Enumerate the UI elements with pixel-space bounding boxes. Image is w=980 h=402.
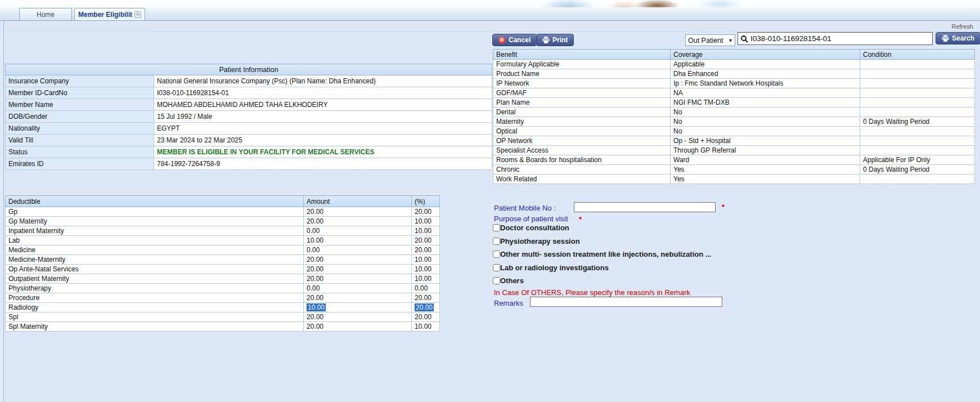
deductible-amount: 20.00 (304, 274, 412, 284)
purpose-checkbox-row[interactable]: Other multi- session treatment like inje… (493, 250, 808, 258)
patient-info-label: Status (6, 146, 154, 158)
purpose-of-visit-label: Purpose of patient visit (494, 215, 568, 223)
patient-info-value: 23 Mar 2024 to 22 Mar 2025 (154, 135, 492, 146)
member-search-input[interactable] (750, 34, 919, 43)
tab-bar: Home Member Eligibilit ✕ (0, 7, 980, 21)
deductible-row[interactable]: Gp Maternity20.0010.00 (6, 217, 440, 226)
patient-info-row: Member ID-CardNoI038-010-116928154-01 (6, 87, 492, 99)
refresh-link[interactable]: Refresh (951, 23, 973, 30)
deductible-percent: 0.00 (412, 284, 440, 293)
patient-info-value: MEMBER IS ELIGIBLE IN YOUR FACILITY FOR … (154, 146, 492, 158)
benefit-condition (860, 69, 975, 79)
deductible-amount: 10.00 (304, 303, 412, 312)
benefit-row: Plan NameNGI FMC TM-DXB (493, 98, 975, 108)
selected-value[interactable]: 10.00 (307, 303, 326, 311)
benefit-condition (860, 127, 975, 136)
deductible-row[interactable]: Medicine0.0020.00 (6, 245, 440, 255)
benefit-row: DentalNo (493, 108, 975, 117)
benefit-coverage: Ward (671, 155, 860, 165)
benefit-condition (860, 79, 975, 88)
patient-info-row: Valid Till23 Mar 2024 to 22 Mar 2025 (6, 135, 492, 146)
member-eligibility-screen: Home Member Eligibilit ✕ Refresh Patient… (0, 0, 980, 402)
deductible-name: Radiology (6, 303, 304, 312)
purpose-checkbox-label: Others (500, 276, 524, 285)
remarks-input[interactable] (530, 297, 722, 307)
deductible-row[interactable]: Inpatient Maternity0.0010.00 (6, 226, 440, 236)
purpose-checkbox-row[interactable]: Doctor consultation (493, 224, 808, 232)
deductible-name: Gp Maternity (6, 217, 304, 226)
benefit-coverage: No (671, 108, 860, 117)
patient-info-label: Insurance Company (6, 75, 154, 87)
benefits-table: Benefit Coverage Condition Formulary App… (493, 49, 975, 184)
benefit-condition (860, 146, 975, 155)
print-button[interactable]: Print (536, 34, 574, 46)
cancel-button[interactable]: ✕ Cancel (492, 34, 537, 46)
print-button-label: Print (552, 36, 568, 44)
benefit-row: Work RelatedYes (493, 175, 975, 184)
deductible-row[interactable]: Lab10.0020.00 (6, 236, 440, 245)
deductible-row[interactable]: Outpatient Maternity20.0010.00 (6, 274, 440, 284)
benefit-name: Plan Name (493, 98, 671, 108)
purpose-checkbox-label: Other multi- session treatment like inje… (500, 250, 712, 258)
cancel-x-icon: ✕ (498, 37, 506, 44)
patient-mobile-input[interactable] (574, 202, 716, 212)
benefit-name: GDF/MAF (493, 88, 671, 98)
header-photo-banner (0, 0, 980, 7)
patient-mobile-label: Patient Mobile No : (494, 204, 556, 212)
benefit-row: Specialist AccessThrough GP Referral (493, 146, 975, 155)
deductible-row[interactable]: Spl20.0020.00 (6, 312, 440, 322)
deductible-row[interactable]: Procedure20.0020.00 (6, 293, 440, 303)
deductible-amount: 20.00 (304, 293, 412, 303)
deductible-percent: 20.00 (412, 312, 440, 322)
printer-icon (542, 37, 550, 43)
purpose-checkbox-row[interactable]: Physiotherapy session (493, 237, 808, 245)
purpose-checkbox[interactable] (493, 264, 500, 271)
benefit-condition (860, 88, 975, 98)
patient-type-select[interactable]: Out Patient ▼ (685, 34, 735, 46)
patient-info-value: 15 Jul 1992 / Male (154, 111, 492, 123)
tab-member-eligibility[interactable]: Member Eligibilit ✕ (74, 8, 145, 20)
close-icon[interactable]: ✕ (134, 11, 141, 18)
remarks-label: Remarks (494, 299, 523, 307)
patient-info-row: StatusMEMBER IS ELIGIBLE IN YOUR FACILIT… (6, 146, 492, 158)
deductible-name: Op Ante-Natal Services (6, 265, 304, 274)
deductible-row[interactable]: Spl Maternity20.0010.00 (6, 322, 440, 332)
tab-home[interactable]: Home (19, 8, 72, 20)
purpose-checkbox[interactable] (493, 238, 500, 245)
benefit-coverage: No (671, 127, 860, 136)
search-button[interactable]: Search (936, 32, 980, 44)
benefit-name: Formulary Applicable (493, 60, 671, 69)
search-button-icon (942, 35, 949, 42)
coverage-col-header: Coverage (671, 50, 860, 60)
deductible-row[interactable]: Medicine-Maternity20.0010.00 (6, 255, 440, 265)
purpose-checkbox[interactable] (493, 277, 500, 284)
selected-value[interactable]: 20.00 (415, 303, 434, 311)
benefit-row: OpticalNo (493, 127, 975, 136)
benefit-name: Dental (493, 108, 671, 117)
purpose-checkbox-row[interactable]: Lab or radiology investigations (493, 263, 808, 272)
deductible-row[interactable]: Physiotherapy0.000.00 (6, 284, 440, 293)
deductible-percent: 10.00 (412, 322, 440, 332)
cancel-button-label: Cancel (509, 36, 531, 44)
benefit-coverage: No (671, 117, 860, 127)
patient-info-label: Emirates ID (6, 158, 154, 170)
deductible-row[interactable]: Gp20.0020.00 (6, 207, 440, 217)
benefit-name: Work Related (493, 175, 671, 184)
deductible-name: Physiotherapy (6, 284, 304, 293)
patient-info-value: 784-1992-7264758-9 (154, 158, 492, 170)
deductible-amount: 20.00 (304, 207, 412, 217)
deductible-name: Lab (6, 236, 304, 245)
purpose-checkbox-row[interactable]: Others (493, 276, 808, 285)
deductible-row[interactable]: Op Ante-Natal Services20.0010.00 (6, 265, 440, 274)
purpose-checkbox[interactable] (493, 251, 500, 258)
amount-col-header: Amount (304, 196, 412, 207)
patient-info-value: I038-010-116928154-01 (154, 87, 492, 99)
deductible-row[interactable]: Radiology10.0020.00 (6, 303, 440, 312)
benefit-coverage: Yes (671, 165, 860, 175)
benefit-row: GDF/MAFNA (493, 88, 975, 98)
deductible-percent: 10.00 (412, 226, 440, 236)
patient-information-title: Patient Information (6, 64, 492, 75)
chevron-down-icon: ▼ (728, 38, 733, 43)
purpose-checkbox[interactable] (493, 224, 500, 231)
deductible-percent: 20.00 (412, 303, 440, 312)
